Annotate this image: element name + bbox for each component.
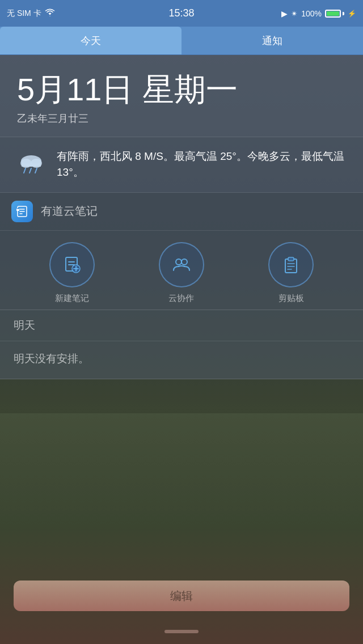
action-new-note[interactable]: 新建笔记: [49, 242, 95, 304]
spacer: [0, 379, 363, 413]
status-bar: 无 SIM 卡 15:38 ▶ ✴ 100% ⚡: [0, 0, 363, 27]
status-right: ▶ ✴ 100% ⚡: [281, 9, 356, 18]
main-content: 5月11日 星期一 乙未年三月廿三 有阵雨，西北风 8 M/S。最高气温 25°…: [0, 55, 363, 644]
weather-text: 有阵雨，西北风 8 M/S。最高气温 25°。今晚多云，最低气温 13°。: [57, 149, 346, 181]
bottom-stack: 编辑: [0, 573, 363, 644]
svg-point-14: [176, 259, 182, 265]
widget-actions: 新建笔记 云协作: [0, 231, 363, 310]
tomorrow-header: 明天: [0, 310, 363, 341]
cloud-rain-icon: [17, 151, 45, 173]
content-inner: 5月11日 星期一 乙未年三月廿三 有阵雨，西北风 8 M/S。最高气温 25°…: [0, 55, 363, 644]
action-clipboard[interactable]: 剪贴板: [268, 242, 314, 304]
clipboard-label: 剪贴板: [278, 293, 304, 304]
home-indicator: [164, 630, 199, 633]
widget-section: 有道云笔记 新建笔记: [0, 193, 363, 310]
battery-icon: [325, 10, 344, 18]
home-area: [0, 619, 363, 644]
tomorrow-content: 明天没有安排。: [0, 341, 363, 379]
app-icon: [11, 201, 33, 222]
clock: 15:38: [168, 7, 194, 19]
bluetooth-icon: ✴: [291, 9, 298, 18]
wifi-icon: [45, 9, 55, 18]
widget-header: 有道云笔记: [0, 193, 363, 231]
edit-button[interactable]: 编辑: [14, 581, 349, 611]
charge-icon: ⚡: [348, 10, 356, 18]
weather-section: 有阵雨，西北风 8 M/S。最高气温 25°。今晚多云，最低气温 13°。: [0, 137, 363, 193]
weather-icon-area: [17, 151, 45, 176]
new-note-circle[interactable]: [49, 242, 95, 287]
collab-label: 云协作: [168, 293, 194, 304]
tab-today[interactable]: 今天: [0, 27, 182, 54]
status-left: 无 SIM 卡: [7, 9, 55, 19]
new-note-label: 新建笔记: [55, 293, 89, 304]
svg-point-15: [182, 259, 187, 265]
date-main: 5月11日 星期一: [17, 72, 346, 107]
battery-percentage: 100%: [301, 9, 322, 18]
location-icon: ▶: [281, 9, 288, 18]
clipboard-circle[interactable]: [268, 242, 314, 287]
edit-section: 编辑: [0, 573, 363, 619]
tab-bar: 今天 通知: [0, 27, 363, 55]
no-sim-text: 无 SIM 卡: [7, 9, 41, 19]
date-section: 5月11日 星期一 乙未年三月廿三: [0, 55, 363, 137]
tomorrow-section: 明天 明天没有安排。: [0, 310, 363, 379]
collab-circle[interactable]: [159, 242, 204, 287]
tab-notice[interactable]: 通知: [182, 27, 363, 54]
app-name: 有道云笔记: [41, 204, 98, 219]
svg-line-6: [35, 168, 37, 173]
action-collab[interactable]: 云协作: [159, 242, 204, 304]
svg-line-5: [29, 168, 31, 173]
svg-rect-3: [22, 163, 41, 167]
svg-rect-17: [288, 257, 294, 261]
date-lunar: 乙未年三月廿三: [17, 112, 346, 125]
svg-line-4: [24, 168, 26, 173]
